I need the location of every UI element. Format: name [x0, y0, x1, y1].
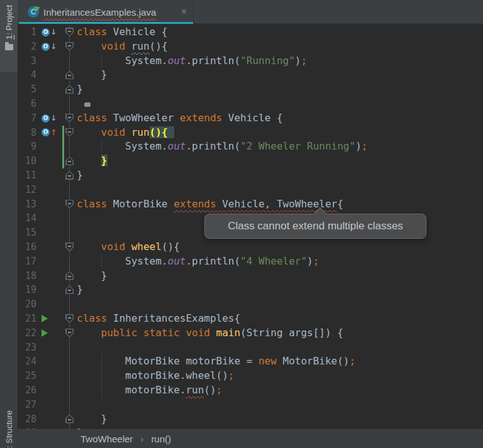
line-number[interactable]: 17 — [18, 254, 36, 269]
code-line[interactable]: 18 } — [18, 269, 483, 283]
run-button-icon[interactable] — [42, 326, 48, 341]
run-button-icon[interactable] — [42, 312, 48, 326]
breadcrumb-class[interactable]: TwoWheeler — [80, 434, 133, 444]
fold-marker[interactable] — [65, 271, 74, 280]
fold-marker[interactable] — [65, 171, 74, 180]
code-text[interactable]: void run(){ — [77, 40, 483, 54]
code-text[interactable]: } — [77, 412, 483, 427]
code-line[interactable]: 28 } — [18, 412, 483, 427]
code-line[interactable]: 16 void wheel(){ — [18, 240, 483, 254]
line-number[interactable]: 23 — [18, 341, 36, 355]
line-number[interactable]: 21 — [18, 312, 36, 326]
line-number[interactable]: 13 — [18, 197, 36, 212]
code-text[interactable]: motorBike.run(); — [77, 383, 483, 398]
overriding-marker-icon[interactable]: O↑ — [42, 126, 57, 140]
code-text[interactable]: } — [77, 283, 483, 297]
fold-marker[interactable] — [65, 329, 74, 337]
line-number[interactable]: 26 — [18, 383, 36, 398]
code-text[interactable]: class InheritancesExamples{ — [77, 312, 483, 326]
code-line[interactable]: 25 motorBike.wheel(); — [18, 369, 483, 383]
code-line[interactable]: 26 motorBike.run(); — [18, 383, 483, 398]
code-line[interactable]: 8O↑ void run(){ — [18, 126, 483, 140]
code-editor[interactable]: 1O↓class Vehicle {2O↓ void run(){3 Syste… — [18, 24, 483, 429]
line-number[interactable]: 2 — [18, 40, 36, 54]
tab-close-icon[interactable]: × — [181, 7, 187, 17]
code-line[interactable]: 13class MotorBike extends Vehicle, TwoWh… — [18, 197, 483, 212]
vcs-change-marker[interactable] — [62, 126, 64, 140]
vcs-change-marker[interactable] — [62, 154, 64, 168]
tool-button-structure[interactable]: : Structure — [0, 393, 18, 448]
fold-marker[interactable] — [65, 285, 74, 294]
code-text[interactable]: } — [77, 82, 483, 97]
code-line[interactable]: 19} — [18, 283, 483, 297]
line-number[interactable]: 15 — [18, 226, 36, 240]
code-text[interactable]: void run(){ — [77, 126, 483, 140]
overridden-marker-icon[interactable]: O↓ — [42, 40, 57, 54]
code-text[interactable]: class MotorBike extends Vehicle, TwoWhee… — [77, 197, 483, 212]
line-number[interactable]: 19 — [18, 283, 36, 297]
code-text[interactable]: System.out.println("4 Wheeler"); — [77, 254, 483, 269]
code-line[interactable]: 11} — [18, 168, 483, 183]
tool-button-project[interactable]: 1: Project — [0, 0, 18, 72]
line-number[interactable]: 18 — [18, 269, 36, 283]
code-text[interactable]: class Vehicle { — [77, 25, 483, 40]
fold-marker[interactable] — [65, 415, 74, 423]
intention-bulb-icon[interactable] — [82, 104, 98, 123]
code-line[interactable]: 21class InheritancesExamples{ — [18, 312, 483, 326]
overridden-marker-icon[interactable]: O↓ — [42, 25, 57, 40]
fold-marker[interactable] — [65, 156, 74, 165]
line-number[interactable]: 4 — [18, 68, 36, 82]
code-line[interactable]: 1O↓class Vehicle { — [18, 25, 483, 40]
code-line[interactable]: 22 public static void main(String args[]… — [18, 326, 483, 341]
fold-marker[interactable] — [65, 28, 74, 36]
code-line[interactable]: 20 — [18, 297, 483, 312]
code-text[interactable]: } — [77, 168, 483, 183]
code-text[interactable]: public static void main(String args[]) { — [77, 326, 483, 341]
breadcrumb-method[interactable]: run() — [151, 434, 171, 444]
code-line[interactable]: 4 } — [18, 68, 483, 82]
code-text[interactable]: } — [77, 154, 483, 168]
line-number[interactable]: 3 — [18, 54, 36, 68]
line-number[interactable]: 6 — [18, 97, 36, 111]
code-line[interactable]: 2O↓ void run(){ — [18, 40, 483, 54]
code-line[interactable]: 12 — [18, 183, 483, 197]
line-number[interactable]: 12 — [18, 183, 36, 197]
code-line[interactable]: 27 — [18, 398, 483, 412]
fold-marker[interactable] — [65, 114, 74, 123]
fold-marker[interactable] — [65, 128, 74, 137]
line-number[interactable]: 10 — [18, 154, 36, 168]
vcs-change-marker[interactable] — [62, 139, 64, 154]
fold-marker[interactable] — [65, 42, 74, 51]
line-number[interactable]: 14 — [18, 211, 36, 226]
code-text[interactable]: MotorBike motorBike = new MotorBike(); — [77, 354, 483, 369]
line-number[interactable]: 7 — [18, 111, 36, 126]
line-number[interactable]: 9 — [18, 139, 36, 154]
line-number[interactable]: 11 — [18, 168, 36, 183]
fold-marker[interactable] — [65, 70, 74, 79]
code-line[interactable]: 24 MotorBike motorBike = new MotorBike()… — [18, 354, 483, 369]
line-number[interactable]: 1 — [18, 25, 36, 40]
line-number[interactable]: 5 — [18, 82, 36, 97]
code-text[interactable]: motorBike.wheel(); — [77, 369, 483, 383]
code-line[interactable]: 17 System.out.println("4 Wheeler"); — [18, 254, 483, 269]
line-number[interactable]: 24 — [18, 354, 36, 369]
line-number[interactable]: 16 — [18, 240, 36, 254]
fold-marker[interactable] — [65, 85, 74, 94]
fold-marker[interactable] — [65, 314, 74, 323]
code-line[interactable]: 10 } — [18, 154, 483, 168]
editor-tab-inheritances-examples[interactable]: C InheritancesExamples.java × — [19, 0, 194, 24]
code-text[interactable]: System.out.println("Running"); — [77, 54, 483, 68]
code-text[interactable]: } — [77, 68, 483, 82]
code-text[interactable]: } — [77, 269, 483, 283]
fold-marker[interactable] — [65, 243, 74, 251]
code-line[interactable]: 23 — [18, 341, 483, 355]
code-line[interactable]: 3 System.out.println("Running"); — [18, 54, 483, 68]
overridden-marker-icon[interactable]: O↓ — [42, 111, 57, 126]
line-number[interactable]: 20 — [18, 297, 36, 312]
line-number[interactable]: 27 — [18, 398, 36, 412]
code-line[interactable]: 5} — [18, 82, 483, 97]
code-text[interactable]: System.out.println("2 Wheeler Running"); — [77, 139, 483, 154]
fold-marker[interactable] — [65, 200, 74, 209]
line-number[interactable]: 25 — [18, 369, 36, 383]
code-text[interactable]: void wheel(){ — [77, 240, 483, 254]
